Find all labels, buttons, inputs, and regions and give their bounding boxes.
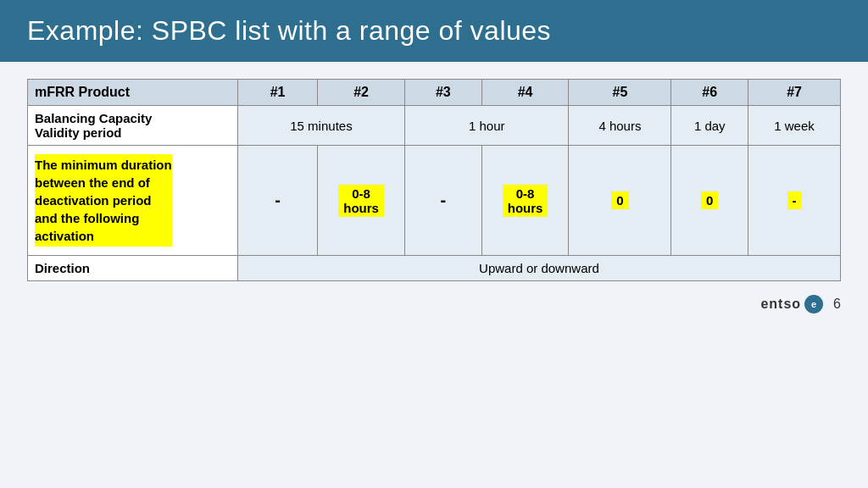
brand-icon: e <box>804 295 823 313</box>
page-number: 6 <box>833 297 841 312</box>
col-header-2: #2 <box>318 80 405 106</box>
min-duration-row: The minimum durationbetween the end ofde… <box>28 146 841 256</box>
col-header-1: #1 <box>237 80 317 106</box>
footer-brand: entso e 6 <box>760 295 841 313</box>
validity-val-6: 1 day <box>671 106 748 146</box>
min-dur-val-6-text: 0 <box>701 191 718 209</box>
validity-row: Balancing CapacityValidity period 15 min… <box>28 106 841 146</box>
header-row: mFRR Product #1 #2 #3 #4 #5 #6 #7 <box>28 80 841 106</box>
col-header-6: #6 <box>671 80 748 106</box>
main-content: mFRR Product #1 #2 #3 #4 #5 #6 #7 Balanc… <box>0 62 868 290</box>
col-header-3: #3 <box>405 80 482 106</box>
min-dur-val-7-text: - <box>787 191 802 209</box>
min-dur-val-2-text: 0-8hours <box>338 185 384 217</box>
validity-val-3-4: 1 hour <box>405 106 569 146</box>
col-header-4: #4 <box>481 80 569 106</box>
min-duration-label-text: The minimum durationbetween the end ofde… <box>35 154 172 247</box>
col-header-5: #5 <box>569 80 671 106</box>
validity-label: Balancing CapacityValidity period <box>28 106 238 146</box>
direction-row: Direction Upward or downward <box>28 256 841 281</box>
validity-val-7: 1 week <box>748 106 841 146</box>
min-dur-val-3: - <box>405 146 482 256</box>
min-dur-val-4-text: 0-8hours <box>503 185 548 217</box>
brand-text: entso <box>760 297 801 312</box>
min-duration-label: The minimum durationbetween the end ofde… <box>28 146 238 256</box>
data-table: mFRR Product #1 #2 #3 #4 #5 #6 #7 Balanc… <box>27 79 841 281</box>
footer: entso e 6 <box>0 290 868 313</box>
min-dur-val-4: 0-8hours <box>481 146 569 256</box>
min-dur-val-5: 0 <box>569 146 671 256</box>
col-header-7: #7 <box>748 80 841 106</box>
col-header-product: mFRR Product <box>28 80 238 106</box>
min-dur-val-6: 0 <box>671 146 748 256</box>
min-dur-val-7: - <box>748 146 841 256</box>
page-title: Example: SPBC list with a range of value… <box>27 15 551 47</box>
header: Example: SPBC list with a range of value… <box>0 0 868 62</box>
min-dur-val-5-text: 0 <box>611 191 628 209</box>
direction-label: Direction <box>28 256 238 281</box>
direction-value: Upward or downward <box>237 256 840 281</box>
min-dur-val-1: - <box>237 146 317 256</box>
min-dur-val-2: 0-8hours <box>318 146 405 256</box>
validity-val-1-2: 15 minutes <box>237 106 404 146</box>
validity-val-5: 4 hours <box>569 106 671 146</box>
